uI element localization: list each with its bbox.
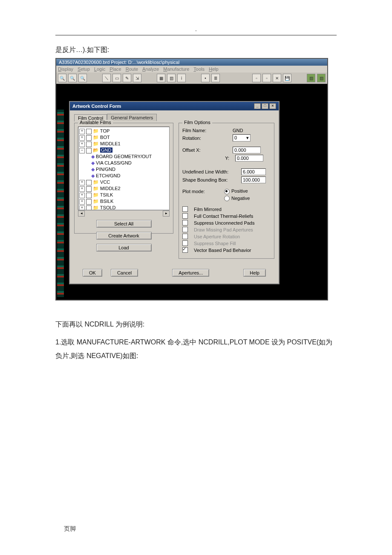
suppress-shape-check: [182, 240, 188, 246]
sbb-input[interactable]: 100.000: [241, 176, 266, 183]
rotation-select[interactable]: 0▾: [233, 134, 251, 142]
film-name-value: GND: [233, 128, 243, 133]
tool-a-icon[interactable]: ▫: [252, 74, 261, 82]
tree-gnd-3[interactable]: ETCH/GND: [96, 173, 120, 178]
negative-label: Negative: [231, 196, 250, 201]
artwork-dialog: Artwork Control Form _ □ × Film Control …: [69, 101, 280, 284]
tool-layer-icon[interactable]: ▥: [167, 74, 176, 82]
offsety-label: Y:: [182, 156, 232, 161]
tree-bsilk[interactable]: BSILK: [100, 199, 113, 204]
tree-mid1[interactable]: MIDDLE1: [100, 141, 121, 146]
menu-display[interactable]: Display: [58, 66, 73, 72]
tree-gnd-1[interactable]: VIA CLASS/GND: [96, 160, 132, 165]
full-contact-check[interactable]: [182, 213, 188, 219]
available-films-group: Available Films +📁 TOP +📁 BOT +📁 MIDDLE1…: [74, 123, 173, 234]
paragraph-1: 下面再以 NCDRILL 为例说明:: [55, 318, 337, 331]
tree-gnd-2[interactable]: PIN/GND: [96, 167, 115, 172]
zoom-fit-icon[interactable]: 🔍: [78, 74, 87, 82]
tree-tsold[interactable]: TSOLD: [100, 205, 116, 210]
offsetx-input[interactable]: 0.000: [233, 147, 261, 153]
app-title: A33507A023020600.brd Project: D:...\work…: [59, 60, 179, 65]
menu-setup[interactable]: Setup: [78, 66, 90, 72]
use-aperture-label: Use Aperture Rotation: [194, 234, 240, 239]
menu-tools[interactable]: Tools: [193, 66, 205, 72]
tool-g2-icon[interactable]: ▧: [317, 74, 326, 82]
tool-line-icon[interactable]: ＼: [102, 74, 111, 82]
tool-g1-icon[interactable]: ▧: [307, 74, 315, 82]
load-button[interactable]: Load: [96, 244, 152, 251]
paragraph-2: 1.选取 MANUFACTURE-ARTWORK 命令,选中 NCDRILL,P…: [55, 335, 337, 363]
draw-missing-check: [182, 227, 188, 232]
tree-top[interactable]: TOP: [100, 128, 110, 133]
apertures-button[interactable]: Apertures...: [172, 269, 209, 277]
suppress-shape-label: Suppress Shape Fill: [194, 241, 236, 246]
menubar[interactable]: Display Setup Logic Place Route Analyze …: [56, 66, 327, 72]
menu-place[interactable]: Place: [110, 66, 121, 72]
menu-route[interactable]: Route: [126, 66, 138, 72]
ok-button[interactable]: OK: [83, 269, 102, 277]
tree-gnd[interactable]: GND: [100, 147, 112, 153]
tool-rect-icon[interactable]: ▭: [112, 74, 121, 82]
mirrored-check[interactable]: [182, 206, 188, 212]
suppress-unconn-label: Suppress Unconnected Pads: [194, 220, 254, 225]
header-rule: [55, 35, 337, 35]
app-titlebar: A33507A023020600.brd Project: D:...\work…: [56, 59, 327, 66]
tree-mid2[interactable]: MIDDLE2: [100, 186, 121, 191]
tool-dot-icon[interactable]: •: [201, 74, 210, 82]
scroll-right-icon[interactable]: ▸: [163, 211, 170, 217]
vector-based-check[interactable]: [182, 247, 188, 253]
film-name-label: Film Name:: [182, 128, 229, 133]
menu-help[interactable]: Help: [209, 66, 219, 72]
pcb-preview-strip: [57, 110, 64, 297]
draw-missing-label: Draw Missing Pad Apertures: [194, 227, 253, 232]
vector-based-label: Vector Based Pad Behavior: [194, 248, 251, 253]
help-button[interactable]: Help: [243, 269, 266, 277]
offsetx-label: Offset X:: [182, 147, 229, 153]
plotmode-positive-radio[interactable]: [224, 189, 230, 194]
tool-edit-icon[interactable]: ✎: [123, 74, 131, 82]
header-dot: .: [55, 26, 337, 32]
close-icon[interactable]: ×: [269, 103, 276, 109]
maximize-icon[interactable]: □: [262, 103, 268, 109]
ulw-label: Undefined Line Width:: [182, 169, 238, 174]
scroll-left-icon[interactable]: ◂: [78, 211, 85, 217]
tree-bot[interactable]: BOT: [100, 135, 110, 140]
tab-general-params[interactable]: General Parameters: [107, 114, 157, 121]
full-contact-label: Full Contact Thermal-Reliefs: [194, 214, 253, 219]
tree-tsilk[interactable]: TSILK: [100, 192, 113, 197]
create-artwork-button[interactable]: Create Artwork: [96, 232, 152, 240]
tool-save-icon[interactable]: 💾: [283, 74, 291, 82]
workspace: Artwork Control Form _ □ × Film Control …: [56, 84, 327, 300]
positive-label: Positive: [231, 188, 248, 194]
zoom-in-icon[interactable]: 🔍: [58, 74, 66, 82]
select-all-button[interactable]: Select All: [96, 220, 152, 228]
chevron-down-icon: ▾: [246, 135, 249, 141]
zoom-out-icon[interactable]: 🔍: [68, 74, 77, 82]
plotmode-negative-radio[interactable]: [224, 196, 230, 201]
cancel-button[interactable]: Cancel: [111, 269, 138, 277]
tree-hscroll[interactable]: ◂ ▸: [78, 210, 170, 217]
offsety-input[interactable]: 0.000: [235, 155, 263, 162]
mirrored-label: Film Mirrored: [194, 207, 222, 212]
dialog-title: Artwork Control Form: [72, 104, 121, 109]
tool-info-icon[interactable]: i: [177, 74, 186, 82]
app-window: A33507A023020600.brd Project: D:...\work…: [55, 58, 328, 301]
menu-manufacture[interactable]: Manufacture: [163, 66, 189, 72]
tool-list-icon[interactable]: ≣: [211, 74, 220, 82]
plotmode-label: Plot mode:: [182, 189, 221, 194]
tool-grid-icon[interactable]: ▦: [157, 74, 165, 82]
tool-move-icon[interactable]: ⇲: [133, 74, 141, 82]
menu-analyze[interactable]: Analyze: [142, 66, 159, 72]
suppress-unconn-check[interactable]: [182, 220, 188, 225]
tree-vcc[interactable]: VCC: [100, 179, 110, 185]
films-tree[interactable]: +📁 TOP +📁 BOT +📁 MIDDLE1 −📂 GND ◆ BOARD …: [78, 127, 170, 210]
ulw-input[interactable]: 6.000: [241, 168, 266, 175]
sbb-label: Shape Bounding Box:: [182, 177, 238, 182]
intro-text: 是反片…).如下图:: [55, 46, 337, 55]
menu-logic[interactable]: Logic: [94, 66, 105, 72]
page-footer: 页脚: [64, 525, 76, 533]
tool-b-icon[interactable]: ▫: [262, 74, 271, 82]
minimize-icon[interactable]: _: [254, 103, 261, 109]
tree-gnd-0[interactable]: BOARD GEOMETRY/OUT: [96, 154, 152, 159]
tool-close-icon[interactable]: ✕: [273, 74, 281, 82]
